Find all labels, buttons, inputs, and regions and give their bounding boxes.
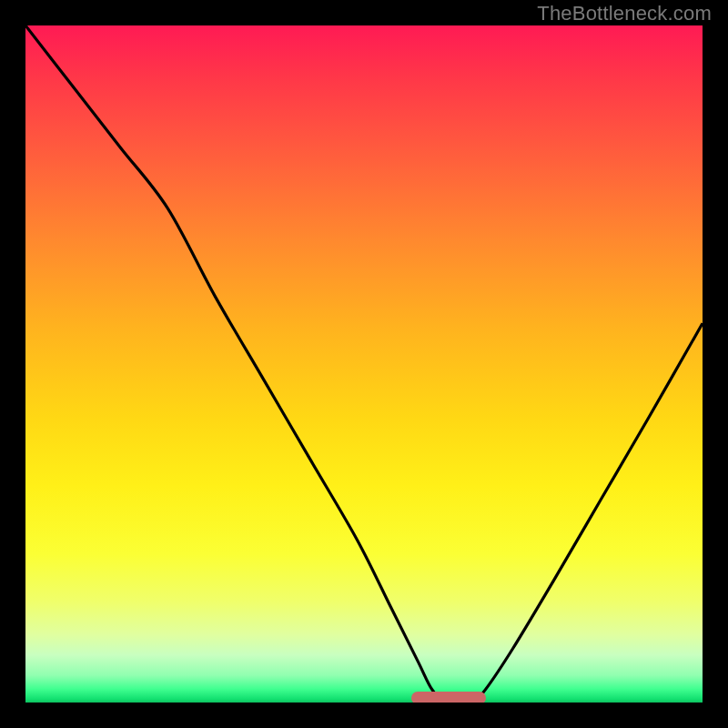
bottleneck-chart: TheBottleneck.com bbox=[0, 0, 728, 728]
watermark-text: TheBottleneck.com bbox=[537, 2, 712, 25]
curve-layer bbox=[25, 25, 703, 703]
optimal-range-marker bbox=[411, 692, 486, 703]
bottleneck-curve bbox=[25, 25, 703, 703]
plot-area bbox=[25, 25, 703, 703]
